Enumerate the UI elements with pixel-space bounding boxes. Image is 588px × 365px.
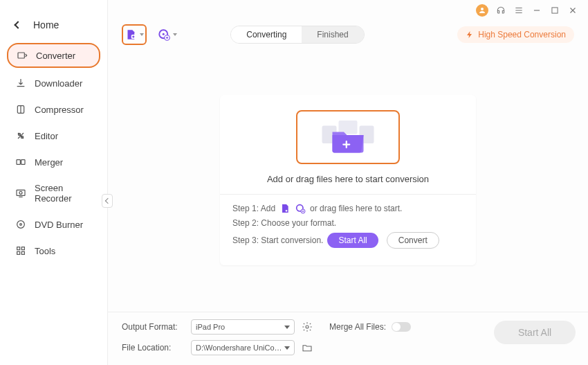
toolbar: Converting Finished High Speed Conversio… [108, 21, 588, 48]
svg-rect-10 [17, 247, 20, 250]
step-3: Step 3: Start conversion. Start All Conv… [232, 232, 463, 249]
nav-label: Screen Recorder [35, 183, 92, 204]
nav-label: DVD Burner [35, 220, 83, 230]
close-button[interactable] [567, 5, 578, 16]
home-label: Home [33, 19, 59, 30]
folder-highlight [296, 110, 400, 164]
step3-prefix: Step 3: Start conversion. [232, 235, 323, 245]
step-1: Step 1: Add or drag files here to start. [232, 203, 463, 214]
status-tabs: Converting Finished [230, 26, 364, 44]
svg-point-7 [19, 191, 22, 194]
nav-label: Compressor [35, 105, 84, 115]
add-files-button[interactable] [122, 24, 147, 45]
back-chevron-icon [14, 21, 21, 28]
svg-rect-0 [18, 53, 24, 58]
nav-label: Editor [35, 131, 58, 141]
rip-dvd-button[interactable] [155, 24, 180, 45]
compressor-icon [15, 104, 26, 115]
svg-rect-5 [21, 160, 25, 165]
caret-down-icon [173, 33, 177, 36]
main-area: Converting Finished High Speed Conversio… [108, 0, 588, 365]
nav-list: Converter Downloader Compressor Editor M… [0, 43, 107, 262]
downloader-icon [15, 78, 26, 89]
open-folder-icon[interactable] [302, 342, 313, 353]
screen-recorder-icon [15, 188, 26, 199]
bolt-icon [466, 30, 474, 39]
output-format-label: Output Format: [122, 322, 184, 332]
output-format-select[interactable]: iPad Pro [191, 319, 295, 335]
footer: Output Format: iPad Pro Merge All Files:… [108, 312, 588, 365]
editor-icon [15, 130, 26, 141]
svg-rect-4 [17, 160, 20, 165]
maximize-button[interactable] [549, 5, 560, 16]
nav-label: Downloader [35, 78, 82, 89]
nav-converter[interactable]: Converter [7, 43, 100, 68]
nav-tools[interactable]: Tools [7, 240, 100, 262]
file-location-label: File Location: [122, 343, 184, 353]
folder-plus-icon [317, 116, 379, 158]
nav-screen-recorder[interactable]: Screen Recorder [7, 177, 100, 209]
file-location-value: D:\Wondershare UniConverter 1 [196, 344, 284, 352]
svg-rect-12 [17, 251, 20, 254]
nav-merger[interactable]: Merger [7, 151, 100, 173]
tab-converting[interactable]: Converting [231, 26, 302, 43]
svg-point-18 [163, 33, 165, 35]
titlebar [108, 0, 588, 21]
caret-down-icon [140, 33, 144, 36]
svg-rect-13 [21, 251, 24, 254]
merge-all-group: Merge All Files: [329, 322, 411, 332]
tab-finished[interactable]: Finished [302, 26, 363, 43]
svg-point-9 [20, 224, 22, 226]
support-icon[interactable] [495, 5, 506, 16]
start-all-button[interactable]: Start All [494, 321, 576, 344]
rip-dvd-mini-icon [295, 203, 306, 214]
svg-point-8 [17, 221, 25, 229]
step-2: Step 2: Choose your format. [232, 218, 463, 228]
merger-icon [15, 157, 26, 168]
sidebar: Home Converter Downloader Compressor Edi… [0, 0, 108, 365]
settings-icon[interactable] [302, 321, 313, 332]
nav-label: Tools [35, 246, 55, 256]
step1-suffix: or drag files here to start. [310, 204, 402, 213]
file-location-select[interactable]: D:\Wondershare UniConverter 1 [191, 340, 295, 355]
merge-toggle[interactable] [392, 322, 411, 332]
menu-icon[interactable] [513, 5, 524, 16]
start-all-pill[interactable]: Start All [327, 233, 378, 248]
add-file-mini-icon [279, 203, 291, 214]
back-home[interactable]: Home [0, 19, 107, 43]
svg-rect-15 [552, 8, 558, 13]
steps-panel: Step 1: Add or drag files here to start.… [220, 194, 476, 265]
caret-down-icon [284, 326, 290, 329]
svg-point-25 [306, 326, 309, 328]
minimize-button[interactable] [531, 5, 542, 16]
merge-label: Merge All Files: [329, 322, 386, 332]
svg-rect-11 [21, 247, 24, 250]
caret-down-icon [284, 346, 290, 350]
dvd-burner-icon [15, 219, 26, 230]
high-speed-label: High Speed Conversion [478, 30, 566, 39]
content: Add or drag files here to start conversi… [108, 48, 588, 312]
converter-icon [17, 50, 28, 61]
svg-rect-6 [17, 190, 25, 195]
nav-compressor[interactable]: Compressor [7, 98, 100, 121]
drop-zone[interactable]: Add or drag files here to start conversi… [220, 95, 476, 194]
svg-point-14 [481, 8, 484, 10]
nav-dvd-burner[interactable]: DVD Burner [7, 213, 100, 235]
drop-card: Add or drag files here to start conversi… [220, 95, 476, 265]
convert-pill[interactable]: Convert [387, 232, 439, 249]
nav-label: Converter [36, 51, 75, 61]
high-speed-badge[interactable]: High Speed Conversion [457, 26, 574, 43]
output-format-value: iPad Pro [196, 323, 225, 331]
user-avatar-icon[interactable] [476, 4, 488, 17]
tools-icon [15, 245, 26, 256]
drop-text: Add or drag files here to start conversi… [220, 174, 476, 184]
nav-label: Merger [35, 157, 63, 168]
nav-downloader[interactable]: Downloader [7, 72, 100, 94]
step1-prefix: Step 1: Add [232, 204, 275, 213]
collapse-sidebar-button[interactable] [102, 194, 113, 208]
nav-editor[interactable]: Editor [7, 125, 100, 147]
